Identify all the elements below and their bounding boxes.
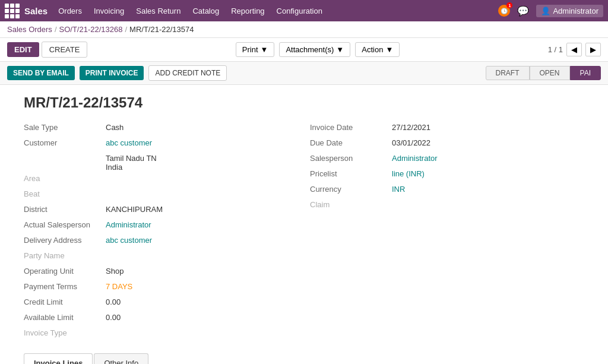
actual-salesperson-value[interactable]: Administrator xyxy=(106,220,151,229)
payment-terms-label: Payment Terms xyxy=(24,282,101,291)
currency-value[interactable]: INR xyxy=(392,185,405,194)
payment-terms-value[interactable]: 7 DAYS xyxy=(106,282,132,291)
nav-reporting[interactable]: Reporting xyxy=(230,4,265,18)
field-customer: Customer abc customer xyxy=(24,138,298,151)
sale-type-label: Sale Type xyxy=(24,123,101,132)
breadcrumb-sep-2: / xyxy=(125,25,127,34)
navbar-right: 🕓 1 💬 👤 Administrator xyxy=(498,5,603,17)
breadcrumb-current: MR/T/21-22/13574 xyxy=(129,25,194,34)
breadcrumb: Sales Orders / SO/T/21-22/13268 / MR/T/2… xyxy=(0,21,608,38)
nav-configuration[interactable]: Configuration xyxy=(276,4,324,18)
action-bar-right: 1 / 1 ◀ ▶ xyxy=(548,43,601,56)
print-invoice-button[interactable]: PRINT INVOICE xyxy=(80,66,144,80)
credit-limit-value: 0.00 xyxy=(106,297,121,306)
field-district: District KANCHIPURAM xyxy=(24,205,298,218)
status-tab-open[interactable]: OPEN xyxy=(530,66,570,80)
pricelist-value[interactable]: line (INR) xyxy=(392,169,425,178)
nav-sales-return[interactable]: Sales Return xyxy=(135,4,182,18)
action-button[interactable]: Action ▼ xyxy=(355,42,400,57)
tab-invoice-lines[interactable]: Invoice Lines xyxy=(24,353,93,364)
field-currency: Currency INR xyxy=(310,185,584,198)
admin-label: Administrator xyxy=(553,7,598,15)
district-value: KANCHIPURAM xyxy=(106,205,163,214)
send-email-button[interactable]: SEND BY EMAIL xyxy=(7,66,75,80)
status-tab-draft[interactable]: DRAFT xyxy=(486,66,530,80)
invoice-date-value: 27/12/2021 xyxy=(392,123,430,132)
salesperson-value[interactable]: Administrator xyxy=(392,154,438,163)
actual-salesperson-label: Actual Salesperson xyxy=(24,220,101,229)
field-pricelist: Pricelist line (INR) xyxy=(310,169,584,182)
breadcrumb-sep-1: / xyxy=(55,25,57,34)
brand-name[interactable]: Sales xyxy=(24,6,48,16)
status-tab-paid[interactable]: PAI xyxy=(570,66,601,80)
form-grid: Sale Type Cash Customer abc customer Tam… xyxy=(24,123,584,341)
attachments-button[interactable]: Attachment(s) ▼ xyxy=(279,42,350,57)
customer-value[interactable]: abc customer xyxy=(106,138,152,147)
chat-icon[interactable]: 💬 xyxy=(517,5,529,17)
currency-label: Currency xyxy=(310,185,387,194)
tab-bar: Invoice Lines Other Info xyxy=(24,353,584,364)
field-due-date: Due Date 03/01/2022 xyxy=(310,138,584,151)
due-date-value: 03/01/2022 xyxy=(392,138,430,147)
print-chevron-icon: ▼ xyxy=(261,45,268,54)
field-claim: Claim xyxy=(310,200,584,213)
delivery-address-value[interactable]: abc customer xyxy=(106,236,152,245)
breadcrumb-sales-orders[interactable]: Sales Orders xyxy=(7,25,52,34)
action-chevron-icon: ▼ xyxy=(385,45,393,54)
salesperson-label: Salesperson xyxy=(310,154,387,163)
field-available-limit: Available Limit 0.00 xyxy=(24,313,298,326)
apps-menu-icon[interactable] xyxy=(5,4,20,18)
notification-badge: 1 xyxy=(506,2,512,8)
nav-catalog[interactable]: Catalog xyxy=(191,4,220,18)
add-credit-note-button[interactable]: ADD CREDIT NOTE xyxy=(148,65,227,81)
field-area: Area xyxy=(24,174,298,187)
admin-icon: 👤 xyxy=(541,7,550,15)
create-button[interactable]: CREATE xyxy=(42,42,88,58)
delivery-address-label: Delivery Address xyxy=(24,236,101,245)
next-record-button[interactable]: ▶ xyxy=(585,43,601,56)
field-credit-limit: Credit Limit 0.00 xyxy=(24,297,298,311)
field-salesperson: Salesperson Administrator xyxy=(310,154,584,167)
main-content: MR/T/21-22/13574 Sale Type Cash Customer… xyxy=(0,85,608,364)
field-actual-salesperson: Actual Salesperson Administrator xyxy=(24,220,298,233)
beat-label: Beat xyxy=(24,189,101,198)
available-limit-label: Available Limit xyxy=(24,313,101,322)
prev-record-button[interactable]: ◀ xyxy=(566,43,582,56)
invoice-date-label: Invoice Date xyxy=(310,123,387,132)
field-invoice-date: Invoice Date 27/12/2021 xyxy=(310,123,584,136)
document-title: MR/T/21-22/13574 xyxy=(24,94,584,111)
edit-button[interactable]: EDIT xyxy=(7,42,39,57)
field-payment-terms: Payment Terms 7 DAYS xyxy=(24,282,298,295)
field-beat: Beat xyxy=(24,189,298,202)
main-nav: Orders Invoicing Sales Return Catalog Re… xyxy=(57,4,498,18)
available-limit-value: 0.00 xyxy=(106,313,121,322)
form-right: Invoice Date 27/12/2021 Due Date 03/01/2… xyxy=(310,123,584,341)
pagination-label: 1 / 1 xyxy=(548,45,563,54)
field-delivery-address: Delivery Address abc customer xyxy=(24,236,298,249)
operating-unit-value: Shop xyxy=(106,267,124,276)
sale-type-value: Cash xyxy=(106,123,124,132)
attachments-chevron-icon: ▼ xyxy=(336,45,344,54)
pricelist-label: Pricelist xyxy=(310,169,387,178)
party-name-label: Party Name xyxy=(24,251,101,260)
credit-limit-label: Credit Limit xyxy=(24,297,101,306)
customer-address-line: Tamil Nadu TN xyxy=(106,154,157,163)
action-bar: EDIT CREATE Print ▼ Attachment(s) ▼ Acti… xyxy=(0,38,608,62)
status-tabs: DRAFT OPEN PAI xyxy=(486,66,601,80)
area-label: Area xyxy=(24,174,101,183)
notification-icon[interactable]: 🕓 1 xyxy=(498,5,510,17)
second-action-bar: SEND BY EMAIL PRINT INVOICE ADD CREDIT N… xyxy=(0,62,608,85)
operating-unit-label: Operating Unit xyxy=(24,267,101,276)
nav-invoicing[interactable]: Invoicing xyxy=(93,4,125,18)
customer-label: Customer xyxy=(24,138,101,147)
tab-other-info[interactable]: Other Info xyxy=(94,353,148,364)
breadcrumb-so[interactable]: SO/T/21-22/13268 xyxy=(59,25,123,34)
district-label: District xyxy=(24,205,101,214)
nav-orders[interactable]: Orders xyxy=(57,4,83,18)
action-bar-center: Print ▼ Attachment(s) ▼ Action ▼ xyxy=(87,42,547,57)
navbar: Sales Orders Invoicing Sales Return Cata… xyxy=(0,0,608,21)
admin-menu-button[interactable]: 👤 Administrator xyxy=(536,5,603,17)
invoice-type-label: Invoice Type xyxy=(24,328,101,337)
print-button[interactable]: Print ▼ xyxy=(236,42,275,57)
customer-address-block: Tamil Nadu TN India xyxy=(106,154,157,172)
